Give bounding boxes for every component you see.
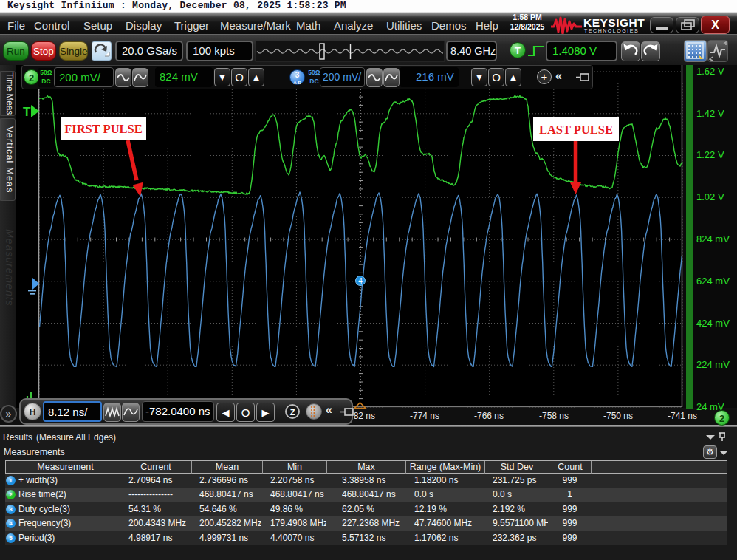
- svg-text:4: 4: [358, 277, 363, 285]
- svg-text:T: T: [23, 105, 31, 119]
- svg-text:LAST PULSE: LAST PULSE: [539, 123, 613, 137]
- svg-text:FIRST PULSE: FIRST PULSE: [64, 122, 143, 136]
